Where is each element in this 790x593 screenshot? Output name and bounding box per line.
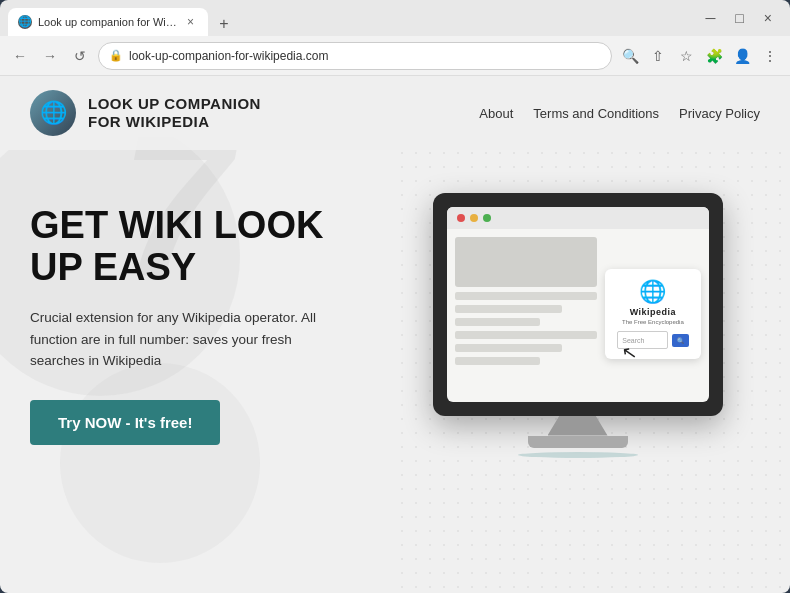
cta-button[interactable]: Try NOW - It's free! xyxy=(30,400,220,445)
title-bar: 🌐 Look up companion for Wikipedi... × + … xyxy=(0,0,790,36)
wiki-logo-icon: 🌐 xyxy=(639,279,666,305)
cursor-icon: ↖ xyxy=(620,340,639,364)
toolbar-actions: 🔍 ⇧ ☆ 🧩 👤 ⋮ xyxy=(618,44,782,68)
dot-red xyxy=(457,214,465,222)
browser-frame: 🌐 Look up companion for Wikipedi... × + … xyxy=(0,0,790,593)
new-tab-button[interactable]: + xyxy=(212,12,236,36)
extensions-icon[interactable]: 🧩 xyxy=(702,44,726,68)
close-button[interactable]: × xyxy=(758,8,778,28)
tab-favicon: 🌐 xyxy=(18,15,32,29)
monitor-base xyxy=(528,436,628,448)
logo-text-line2: FOR WIKIPEDIA xyxy=(88,113,261,131)
forward-button[interactable]: → xyxy=(38,44,62,68)
search-toolbar-icon[interactable]: 🔍 xyxy=(618,44,642,68)
hero-title-line1: GET WIKI LOOK xyxy=(30,204,323,246)
wiki-logo-area: 🌐 Wikipedia The Free Encyclopedia xyxy=(622,279,684,325)
hero-left: GET WIKI LOOK UP EASY Crucial extension … xyxy=(30,205,395,444)
wiki-search-btn-icon: 🔍 xyxy=(677,337,684,344)
screen-line-2 xyxy=(455,305,562,313)
browser-dots xyxy=(447,207,709,229)
minimize-button[interactable]: ─ xyxy=(699,8,721,28)
tab-title: Look up companion for Wikipedi... xyxy=(38,16,177,28)
screen-right-panel: 🌐 Wikipedia The Free Encyclopedia Search xyxy=(605,237,700,392)
maximize-button[interactable]: □ xyxy=(729,8,749,28)
screen-line-3 xyxy=(455,318,541,326)
dot-green xyxy=(483,214,491,222)
refresh-button[interactable]: ↺ xyxy=(68,44,92,68)
site-header: 🌐 LOOK UP COMPANION FOR WIKIPEDIA About … xyxy=(0,76,790,150)
logo-area: 🌐 LOOK UP COMPANION FOR WIKIPEDIA xyxy=(30,90,261,136)
bookmark-icon[interactable]: ☆ xyxy=(674,44,698,68)
logo-globe-icon: 🌐 xyxy=(30,90,76,136)
tab-area: 🌐 Look up companion for Wikipedi... × + xyxy=(8,0,236,36)
hero-section: GET WIKI LOOK UP EASY Crucial extension … xyxy=(0,150,790,510)
tab-close-button[interactable]: × xyxy=(183,13,198,31)
address-bar[interactable]: 🔒 look-up-companion-for-wikipedia.com xyxy=(98,42,612,70)
screen-line-1 xyxy=(455,292,598,300)
wiki-search-button[interactable]: 🔍 xyxy=(672,334,689,347)
site-nav: About Terms and Conditions Privacy Polic… xyxy=(479,106,760,121)
toolbar: ← → ↺ 🔒 look-up-companion-for-wikipedia.… xyxy=(0,36,790,76)
share-icon[interactable]: ⇧ xyxy=(646,44,670,68)
screen-block-large xyxy=(455,237,598,287)
menu-icon[interactable]: ⋮ xyxy=(758,44,782,68)
logo-text: LOOK UP COMPANION FOR WIKIPEDIA xyxy=(88,95,261,131)
dot-yellow xyxy=(470,214,478,222)
nav-privacy[interactable]: Privacy Policy xyxy=(679,106,760,121)
monitor-outer: 🌐 Wikipedia The Free Encyclopedia Search xyxy=(433,193,723,416)
logo-text-line1: LOOK UP COMPANION xyxy=(88,95,261,113)
page-content: 7 🌐 LOOK UP COMPANION FOR WIKIPEDIA Abou… xyxy=(0,76,790,593)
screen-content: 🌐 Wikipedia The Free Encyclopedia Search xyxy=(447,229,709,400)
window-controls: ─ □ × xyxy=(699,8,782,28)
monitor-illustration: 🌐 Wikipedia The Free Encyclopedia Search xyxy=(433,193,723,458)
screen-left-panel xyxy=(455,237,598,392)
nav-terms[interactable]: Terms and Conditions xyxy=(533,106,659,121)
hero-title-line2: UP EASY xyxy=(30,246,196,288)
screen-line-5 xyxy=(455,344,562,352)
hero-right: 🌐 Wikipedia The Free Encyclopedia Search xyxy=(395,193,760,458)
screen-line-4 xyxy=(455,331,598,339)
hero-description: Crucial extension for any Wikipedia oper… xyxy=(30,307,330,372)
screen-line-6 xyxy=(455,357,541,365)
monitor-screen: 🌐 Wikipedia The Free Encyclopedia Search xyxy=(447,207,709,402)
address-text: look-up-companion-for-wikipedia.com xyxy=(129,49,328,63)
nav-about[interactable]: About xyxy=(479,106,513,121)
lock-icon: 🔒 xyxy=(109,49,123,62)
wiki-brand-name: Wikipedia xyxy=(630,307,676,317)
monitor-base-shadow xyxy=(518,452,638,458)
back-button[interactable]: ← xyxy=(8,44,32,68)
active-tab[interactable]: 🌐 Look up companion for Wikipedi... × xyxy=(8,8,208,36)
profile-icon[interactable]: 👤 xyxy=(730,44,754,68)
wiki-tagline: The Free Encyclopedia xyxy=(622,319,684,325)
monitor-stand xyxy=(548,416,608,436)
hero-title: GET WIKI LOOK UP EASY xyxy=(30,205,395,289)
